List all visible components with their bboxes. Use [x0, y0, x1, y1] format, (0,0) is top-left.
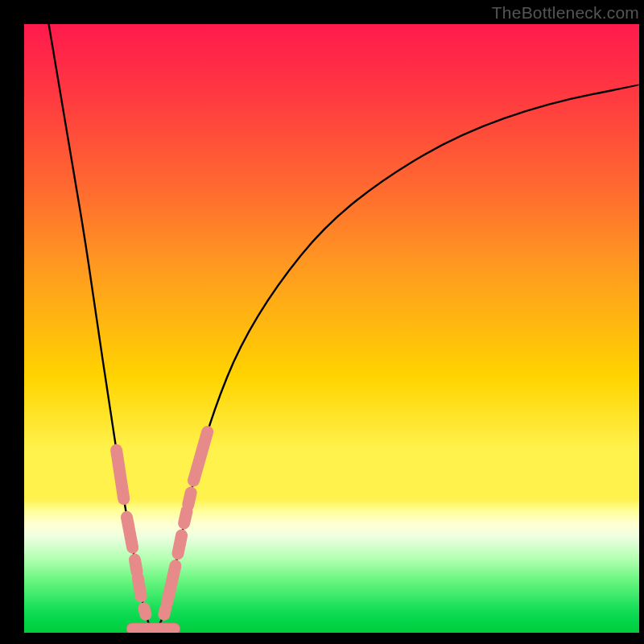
marker-segment [164, 609, 166, 615]
marker-segment [184, 511, 187, 523]
watermark-text: TheBottleneck.com [492, 3, 639, 23]
marker-group [117, 432, 208, 633]
chart-frame: TheBottleneck.com [0, 0, 644, 644]
marker-segment [144, 609, 146, 615]
marker-segment [167, 566, 175, 602]
marker-segment [178, 535, 182, 554]
curve-layer [24, 24, 639, 633]
marker-segment [126, 517, 132, 547]
marker-segment [188, 493, 191, 505]
marker-segment [117, 450, 124, 498]
marker-segment [135, 559, 138, 572]
plot-area [24, 24, 639, 633]
marker-segment [138, 578, 141, 597]
curve-right-branch [153, 85, 639, 633]
marker-segment [194, 432, 208, 481]
curve-left-branch [49, 24, 154, 633]
marker-segment [126, 623, 180, 633]
